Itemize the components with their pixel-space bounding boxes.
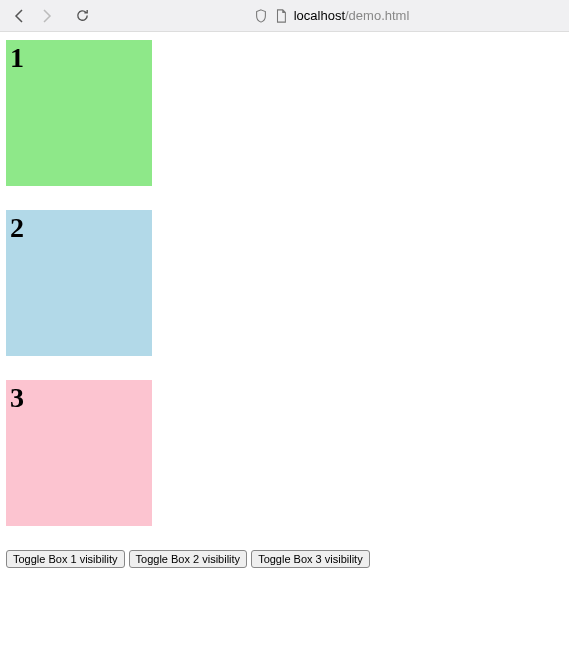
toggle-box-3-button[interactable]: Toggle Box 3 visibility bbox=[251, 550, 370, 568]
forward-button[interactable] bbox=[34, 4, 58, 28]
page-content: 1 2 3 Toggle Box 1 visibility Toggle Box… bbox=[0, 32, 569, 576]
nav-buttons bbox=[8, 4, 94, 28]
url-display: localhost/demo.html bbox=[294, 8, 410, 23]
address-icons bbox=[254, 9, 288, 23]
box-2: 2 bbox=[6, 210, 152, 356]
box-2-label: 2 bbox=[10, 212, 24, 243]
button-row: Toggle Box 1 visibility Toggle Box 2 vis… bbox=[6, 550, 563, 568]
url-host: localhost bbox=[294, 8, 345, 23]
back-button[interactable] bbox=[8, 4, 32, 28]
box-1-label: 1 bbox=[10, 42, 24, 73]
shield-icon bbox=[254, 9, 268, 23]
box-1: 1 bbox=[6, 40, 152, 186]
arrow-right-icon bbox=[38, 8, 54, 24]
url-path: /demo.html bbox=[345, 8, 409, 23]
reload-icon bbox=[75, 8, 90, 23]
toggle-box-1-button[interactable]: Toggle Box 1 visibility bbox=[6, 550, 125, 568]
page-icon bbox=[274, 9, 288, 23]
browser-toolbar: localhost/demo.html bbox=[0, 0, 569, 32]
arrow-left-icon bbox=[12, 8, 28, 24]
reload-button[interactable] bbox=[70, 4, 94, 28]
box-3-label: 3 bbox=[10, 382, 24, 413]
box-3: 3 bbox=[6, 380, 152, 526]
toggle-box-2-button[interactable]: Toggle Box 2 visibility bbox=[129, 550, 248, 568]
address-bar[interactable]: localhost/demo.html bbox=[102, 8, 561, 23]
